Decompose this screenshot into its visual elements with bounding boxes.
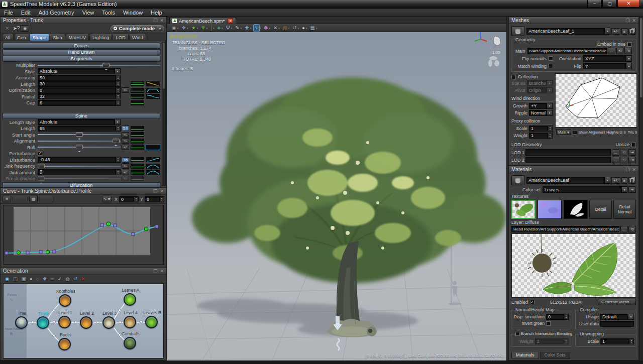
grid-tool-icon[interactable]: ▦: [310, 25, 315, 32]
cross-tool-icon[interactable]: ✚: [244, 25, 249, 32]
main-mesh-path-field[interactable]: n/Art Support/American Beech/AmericanBee…: [527, 48, 607, 54]
node-tree[interactable]: [15, 316, 28, 329]
parent-curve-thumbnail[interactable]: [130, 138, 145, 144]
scrollbar-thumb[interactable]: [640, 18, 642, 97]
texture-preview[interactable]: [511, 233, 636, 298]
spinner[interactable]: [116, 87, 121, 93]
tab-gen[interactable]: Gen: [14, 34, 29, 41]
jink-amount-input[interactable]: 0: [38, 169, 116, 175]
close-tab-icon[interactable]: ✕: [228, 18, 233, 24]
enabled-checkbox[interactable]: [530, 300, 534, 304]
parent-curve-thumbnail[interactable]: [130, 87, 145, 93]
chevron-down-icon[interactable]: [626, 63, 632, 69]
fork-tool-icon[interactable]: Ψ: [225, 25, 230, 32]
node-gumballs[interactable]: [124, 337, 136, 349]
spinner[interactable]: [116, 75, 121, 81]
menu-window[interactable]: Window: [119, 9, 147, 17]
tab-materials[interactable]: Materials: [511, 352, 539, 359]
mesh-selector-dropdown[interactable]: AmericanBeechLeaf_1: [526, 28, 604, 35]
leaf-tool-icon[interactable]: ❋: [200, 25, 205, 32]
spinner[interactable]: [116, 169, 121, 175]
profile-curve-thumbnail[interactable]: [146, 144, 160, 150]
complete-mode-button[interactable]: Complete mode ▼: [111, 25, 164, 32]
eraser-icon[interactable]: ●: [29, 276, 33, 283]
profile-curve-thumbnail[interactable]: [146, 93, 160, 99]
chevron-down-icon[interactable]: ▾: [298, 27, 299, 30]
variance-button[interactable]: +/-: [122, 132, 129, 138]
branch-intersection-checkbox[interactable]: [515, 332, 519, 336]
menu-add-geometry[interactable]: Add Geometry: [35, 9, 78, 17]
drag-hand-button[interactable]: [511, 175, 524, 185]
lasso-icon[interactable]: ◌: [36, 276, 40, 283]
chevron-down-icon[interactable]: [604, 177, 610, 184]
node-leaves-b[interactable]: [145, 316, 158, 328]
chevron-down-icon[interactable]: [626, 55, 632, 62]
profile-curve-thumbnail[interactable]: [146, 157, 160, 163]
length-input[interactable]: 30: [38, 81, 116, 87]
flip-normals-checkbox[interactable]: [549, 56, 553, 61]
node-leaves-a[interactable]: [124, 293, 136, 306]
export-icon[interactable]: ⇥: [628, 149, 636, 156]
properties-scrollbar[interactable]: [162, 42, 166, 186]
branch-tool-icon[interactable]: ∫: [210, 25, 212, 32]
float-panel-icon[interactable]: ❐: [153, 189, 157, 194]
chevron-down-icon[interactable]: ▾: [187, 27, 188, 30]
sphere-select-icon[interactable]: ◉: [5, 276, 10, 283]
lasso-tool-icon[interactable]: ↯: [254, 25, 259, 32]
chevron-down-icon[interactable]: ▼: [159, 27, 161, 30]
section-spine[interactable]: Spine: [3, 113, 160, 119]
lod2-path-field[interactable]: [525, 157, 611, 163]
spinner[interactable]: [116, 100, 121, 106]
normal-texture-thumbnail[interactable]: [538, 200, 562, 219]
spinner[interactable]: [134, 196, 139, 202]
reload-icon[interactable]: ⟲: [620, 149, 628, 156]
parent-curve-thumbnail[interactable]: [130, 100, 145, 106]
float-panel-icon[interactable]: ❐: [153, 18, 157, 23]
chevron-down-icon[interactable]: ▾: [206, 27, 208, 30]
pivot-dropdown[interactable]: Origin: [527, 87, 547, 93]
section-forces[interactable]: Forces: [3, 43, 160, 49]
menu-help[interactable]: Help: [147, 9, 166, 17]
drag-hand-button[interactable]: [511, 26, 524, 36]
curve-y-input[interactable]: 0: [145, 196, 160, 202]
spinner[interactable]: [116, 126, 121, 132]
node-graph-canvas[interactable]: Forces ∿ Mesh Forces ❅: [3, 284, 164, 358]
spinner[interactable]: [116, 81, 121, 87]
show-alignment-checkbox[interactable]: [573, 130, 577, 135]
embed-in-tree-checkbox[interactable]: [627, 42, 632, 47]
optimization-input[interactable]: 0: [38, 87, 116, 93]
glasses-icon[interactable]: ∞: [50, 276, 55, 283]
export-icon[interactable]: ⇥: [624, 48, 632, 54]
profile-curve-thumbnail[interactable]: [146, 87, 160, 93]
reload-icon[interactable]: ⟲: [616, 48, 624, 54]
chevron-down-icon[interactable]: [547, 80, 553, 86]
browse-button[interactable]: ...: [612, 157, 619, 163]
disp-smoothing-input[interactable]: 0: [546, 314, 564, 320]
curve-type-dropdown[interactable]: [13, 196, 28, 202]
opacity-texture-thumbnail[interactable]: [564, 200, 588, 219]
spines-dropdown[interactable]: Branches: [527, 80, 547, 86]
spinner[interactable]: [160, 196, 164, 202]
float-panel-icon[interactable]: ❐: [625, 167, 629, 172]
close-button[interactable]: ✕: [617, 0, 640, 8]
jink-frequency-slider[interactable]: [38, 163, 121, 169]
chevron-down-icon[interactable]: [547, 87, 553, 93]
spinner[interactable]: [548, 126, 553, 132]
detail-texture-button[interactable]: Detail: [589, 200, 612, 219]
parent-curve-thumbnail[interactable]: [130, 93, 145, 99]
ripple-dropdown[interactable]: Normal: [529, 110, 547, 116]
tab-wind[interactable]: Wind: [129, 34, 146, 41]
material-selector-dropdown[interactable]: AmericanBeechLeaf: [526, 177, 604, 184]
unitize-checkbox[interactable]: [631, 143, 636, 147]
unwrap-scale-input[interactable]: 1: [600, 338, 629, 344]
viewport-3d[interactable]: perspective TRIANGLES - SELECTED branche…: [167, 32, 506, 360]
wave-icon[interactable]: ≈: [3, 196, 11, 202]
node-level-4[interactable]: [124, 316, 136, 328]
float-panel-icon[interactable]: ❐: [625, 18, 629, 23]
duplicate-mesh-button[interactable]: [628, 28, 636, 35]
blend-weight-input[interactable]: 2: [535, 338, 564, 344]
parent-curve-thumbnail[interactable]: [130, 126, 145, 132]
menu-view[interactable]: View: [78, 9, 98, 17]
maximize-button[interactable]: ▢: [602, 0, 617, 8]
proxy-scale-input[interactable]: 1: [529, 126, 548, 132]
